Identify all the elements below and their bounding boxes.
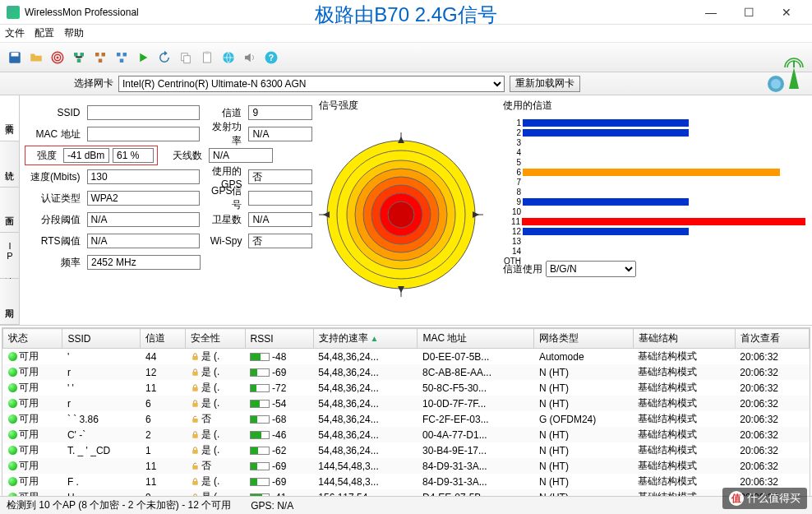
tab-graph[interactable]: 画面 [0, 188, 19, 234]
status-dot-icon [8, 399, 17, 408]
gpssig-label: GPS信号 [203, 184, 246, 212]
sat-label: 卫星数 [203, 213, 246, 227]
channel-num: 1 [503, 118, 523, 127]
freq-label: 频率 [23, 256, 84, 270]
table-row[interactable]: 可用r6是 (.-5454,48,36,24...10-0D-7F-7F...N… [3, 396, 810, 411]
tab-ip[interactable]: IP 连接 [0, 233, 19, 279]
wispy-label: Wi-Spy [203, 235, 246, 247]
channel-num: 2 [503, 128, 523, 137]
menu-config[interactable]: 配置 [35, 26, 54, 40]
menu-file[interactable]: 文件 [5, 26, 25, 40]
clipboard-icon[interactable] [197, 48, 217, 67]
col-header[interactable]: 安全性 [186, 329, 245, 349]
channel-bar [523, 228, 689, 235]
table-row[interactable]: 可用F .11是 (.-69144,54,48,3...84-D9-31-3A.… [3, 474, 810, 489]
table-row[interactable]: 可用 ' '11是 (.-7254,48,36,24...50-8C-F5-30… [3, 380, 810, 396]
channel-bar [523, 198, 689, 206]
svg-rect-49 [192, 481, 197, 485]
overlay-title: 极路由B70 2.4G信号 [315, 2, 496, 28]
strength-pct: 61 % [113, 148, 154, 163]
col-header[interactable]: 首次查看 [735, 329, 809, 349]
col-header[interactable]: MAC 地址 [418, 329, 534, 349]
svg-rect-43 [192, 387, 197, 391]
channel-num: 8 [503, 188, 523, 197]
signal-radar [319, 132, 483, 297]
channel-row: 9 [503, 197, 805, 206]
channel-num: 14 [503, 247, 523, 256]
table-row[interactable]: 可用T. _ ' _CD1是 (.-6254,48,36,24...30-B4-… [3, 442, 810, 458]
col-header[interactable]: 信道 [141, 329, 186, 349]
play-icon[interactable] [133, 48, 153, 67]
svg-rect-5 [74, 53, 78, 57]
channel-bar [523, 129, 689, 137]
rssi-bar [250, 462, 270, 470]
col-header[interactable]: 网络类型 [534, 329, 633, 349]
freq-value: 2452 MHz [87, 255, 201, 270]
channel-panel: 使用的信道 1234567891011121314OTH 信道使用 B/G/N [496, 95, 812, 325]
save-icon[interactable] [5, 48, 25, 67]
lock-icon [191, 368, 200, 377]
tab-summary[interactable]: 摘要 [0, 95, 19, 141]
lock-icon [191, 477, 200, 486]
col-header[interactable]: 支持的速率 ▲ [313, 329, 418, 349]
channel-bar [523, 119, 689, 127]
ap-table: 状态SSID信道安全性RSSI支持的速率 ▲MAC 地址网络类型基础结构首次查看… [2, 328, 810, 500]
status-dot-icon [8, 477, 17, 486]
svg-rect-6 [81, 53, 85, 57]
antenna-icon [764, 56, 804, 95]
table-row[interactable]: 可用C' -`2是 (.-4654,48,36,24...00-4A-77-D1… [3, 427, 810, 442]
col-header[interactable]: SSID [62, 329, 141, 349]
channel-num: 3 [503, 138, 523, 147]
svg-rect-7 [77, 58, 81, 63]
ant-value: N/A [209, 148, 273, 163]
auth-label: 认证类型 [23, 192, 84, 206]
speed-label: 速度(Mbits) [23, 170, 84, 184]
copy-icon[interactable] [176, 48, 196, 67]
watermark-icon: 值 [729, 491, 744, 506]
strength-highlight: 强度 -41 dBm 61 % [25, 146, 158, 165]
main-panel: 摘要 统计 画面 IP 连接 周期 SSID 信道 9 MAC 地址 发射功率 … [0, 95, 812, 326]
col-header[interactable]: RSSI [245, 329, 313, 349]
maximize-button[interactable]: ☐ [730, 0, 768, 25]
channel-row: 13 [503, 236, 805, 246]
col-header[interactable]: 基础结构 [633, 329, 735, 349]
tab-stats[interactable]: 统计 [0, 141, 19, 188]
table-row[interactable]: 可用r12是 (.-6954,48,36,24...8C-AB-8E-AA...… [3, 364, 810, 380]
table-row[interactable]: 可用11否-69144,54,48,3...84-D9-31-3A...N (H… [3, 458, 810, 474]
titlebar: WirelessMon Professional 极路由B70 2.4G信号 —… [0, 0, 812, 25]
col-header[interactable]: 状态 [3, 329, 62, 349]
svg-rect-41 [192, 356, 197, 360]
refresh-icon[interactable] [155, 48, 174, 67]
svg-rect-16 [204, 53, 211, 63]
net2-icon[interactable] [90, 48, 110, 67]
sort-arrow-icon: ▲ [368, 334, 379, 343]
table-row[interactable]: 可用 ` ` 3.866否-6854,48,36,24...FC-2F-EF-0… [3, 411, 810, 427]
reload-nic-button[interactable]: 重新加载网卡 [510, 76, 580, 92]
statusbar: 检测到 10 个AP (8 个加密 - 2 个未加密) - 12 个可用 GPS… [0, 496, 812, 514]
folder-icon[interactable] [26, 48, 46, 67]
tab-cycle[interactable]: 周期 [0, 279, 19, 325]
ap-table-wrap[interactable]: 状态SSID信道安全性RSSI支持的速率 ▲MAC 地址网络类型基础结构首次查看… [2, 327, 810, 500]
net3-icon[interactable] [112, 48, 131, 67]
watermark: 值 什么值得买 [722, 488, 807, 509]
status-gps: GPS: N/A [251, 500, 293, 512]
close-button[interactable]: ✕ [768, 0, 805, 25]
status-dot-icon [8, 368, 17, 377]
svg-point-4 [57, 56, 59, 58]
minimize-button[interactable]: — [692, 0, 730, 25]
speaker-icon[interactable] [240, 48, 260, 67]
ant-label: 天线数 [163, 149, 205, 163]
net1-icon[interactable] [69, 48, 89, 67]
target-icon[interactable] [48, 48, 67, 67]
rssi-bar [250, 353, 270, 361]
status-dot-icon [8, 414, 17, 424]
svg-rect-1 [12, 53, 19, 57]
nic-row: 选择网卡 Intel(R) Centrino(R) Ultimate-N 630… [0, 72, 812, 95]
svg-rect-48 [192, 465, 197, 470]
help-icon[interactable]: ? [261, 48, 281, 67]
menu-help[interactable]: 帮助 [64, 26, 84, 40]
svg-rect-8 [95, 53, 99, 57]
nic-select[interactable]: Intel(R) Centrino(R) Ultimate-N 6300 AGN [118, 76, 505, 92]
globe-icon[interactable] [219, 48, 238, 67]
table-row[interactable]: 可用'44是 (.-4854,48,36,24...D0-EE-07-5B...… [3, 349, 810, 365]
